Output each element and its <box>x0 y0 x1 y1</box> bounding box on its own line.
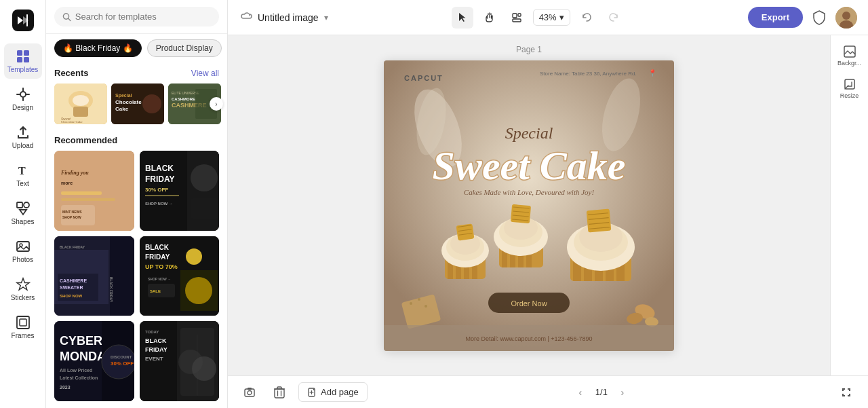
svg-text:FRIDAY: FRIDAY <box>145 346 167 353</box>
delete-icon-btn[interactable] <box>269 382 290 403</box>
photos-icon <box>16 239 31 254</box>
resize-tool-btn[interactable]: Resize <box>835 73 865 103</box>
recent-thumb-2[interactable]: Special Chocolate Cake <box>111 84 164 124</box>
add-page-btn[interactable]: Add page <box>298 382 368 402</box>
export-button[interactable]: Export <box>748 7 803 28</box>
svg-rect-96 <box>513 19 521 22</box>
right-sidebar: Backgr... Resize <box>830 35 868 375</box>
recents-next-arrow[interactable]: › <box>210 97 223 111</box>
sidebar-item-design[interactable]: Design <box>4 81 42 117</box>
top-bar: Untitled image ▾ <box>228 0 868 35</box>
add-page-label: Add page <box>321 387 359 397</box>
user-avatar[interactable] <box>835 7 857 29</box>
sidebar-icons: Templates Design Upload T <box>0 0 46 408</box>
search-input-wrap[interactable] <box>54 7 219 26</box>
upload-label: Upload <box>12 142 34 149</box>
svg-text:EVENT: EVENT <box>145 356 163 362</box>
view-all-recents[interactable]: View all <box>191 69 219 78</box>
svg-point-32 <box>142 94 161 113</box>
svg-rect-5 <box>24 57 29 62</box>
svg-text:SWEATER: SWEATER <box>60 285 83 290</box>
svg-line-21 <box>68 18 71 20</box>
main-area: Untitled image ▾ <box>228 0 868 408</box>
svg-text:UP TO 70%: UP TO 70% <box>145 263 178 270</box>
sidebar-item-shapes[interactable]: Shapes <box>4 196 42 231</box>
design-icon <box>16 87 31 102</box>
svg-text:SHOP NOW: SHOP NOW <box>60 294 83 298</box>
svg-text:BLACK: BLACK <box>145 244 170 251</box>
svg-point-164 <box>248 390 252 394</box>
template-thumb-2[interactable]: BLACK FRIDAY 30% OFF SHOP NOW → <box>140 151 220 231</box>
sidebar-item-photos[interactable]: Photos <box>4 234 42 269</box>
template-thumb-6[interactable]: TODAY BLACK FRIDAY EVENT <box>140 321 220 401</box>
svg-rect-94 <box>513 14 517 18</box>
template-thumb-5[interactable]: CYBER MONDAY All Low Priced Latest Colle… <box>54 321 134 401</box>
svg-text:CASHMERE: CASHMERE <box>60 278 87 283</box>
screenshot-icon-btn[interactable] <box>239 382 260 403</box>
search-bar-area <box>46 0 227 34</box>
search-input[interactable] <box>75 12 211 22</box>
svg-text:2023: 2023 <box>60 385 71 390</box>
svg-rect-165 <box>248 388 252 390</box>
svg-rect-12 <box>17 202 22 208</box>
cursor-tool-btn[interactable] <box>452 7 473 29</box>
svg-point-68 <box>186 248 202 265</box>
svg-marker-14 <box>20 210 26 215</box>
recents-grid: Sweet Chocolate Cake Special Chocolate C… <box>54 84 219 124</box>
top-bar-left: Untitled image ▾ <box>239 10 328 24</box>
svg-text:T: T <box>18 165 26 177</box>
svg-point-152 <box>418 298 420 301</box>
svg-text:Cakes Made with Love, Devoured: Cakes Made with Love, Devoured with Joy! <box>464 188 595 196</box>
recent-thumb-1[interactable]: Sweet Chocolate Cake <box>54 84 107 124</box>
layout-tool-btn[interactable] <box>506 7 528 29</box>
svg-text:30% OFF: 30% OFF <box>111 360 134 367</box>
svg-point-13 <box>24 202 29 208</box>
redo-btn[interactable] <box>603 7 625 29</box>
svg-rect-3 <box>24 50 29 56</box>
svg-text:TODAY: TODAY <box>145 330 159 334</box>
svg-text:Finding you: Finding you <box>60 170 89 176</box>
recommended-header: Recommended <box>54 135 219 145</box>
svg-rect-62 <box>110 236 134 316</box>
title-dropdown-icon[interactable]: ▾ <box>324 13 328 22</box>
filter-chips: 🔥 Black Friday 🔥 Product Display <box>46 34 227 62</box>
svg-rect-161 <box>844 46 855 57</box>
chip-product-display[interactable]: Product Display <box>147 39 222 57</box>
app-logo <box>11 8 35 33</box>
search-icon <box>62 12 71 22</box>
svg-text:Sweet Cake: Sweet Cake <box>433 143 626 188</box>
svg-rect-24 <box>73 107 88 117</box>
expand-btn[interactable] <box>835 382 857 403</box>
hand-tool-btn[interactable] <box>479 7 500 29</box>
svg-rect-54 <box>191 198 218 219</box>
svg-point-70 <box>185 277 212 304</box>
template-thumb-1[interactable]: Finding you more MINT NEWS SHOP NOW <box>54 151 134 231</box>
text-icon: T <box>16 163 31 178</box>
chip-black-friday[interactable]: 🔥 Black Friday 🔥 <box>54 39 142 57</box>
sidebar-item-stickers[interactable]: Stickers <box>4 272 42 307</box>
svg-point-98 <box>842 12 850 20</box>
prev-page-btn[interactable]: ‹ <box>571 383 590 402</box>
background-tool-btn[interactable]: Backgr... <box>835 41 865 71</box>
sidebar-item-templates[interactable]: Templates <box>4 43 42 79</box>
svg-text:Chocolate Cake: Chocolate Cake <box>61 120 83 124</box>
template-thumb-4[interactable]: BLACK FRIDAY UP TO 70% SHOP NOW → SALE <box>140 236 220 316</box>
stickers-icon <box>16 277 31 292</box>
document-title: Untitled image <box>258 12 319 23</box>
zoom-control[interactable]: 43% ▾ <box>533 9 570 26</box>
shield-icon-btn[interactable] <box>808 7 830 29</box>
bottom-left: Add page <box>239 382 368 403</box>
next-page-btn[interactable]: › <box>613 383 632 402</box>
svg-text:Order Now: Order Now <box>511 299 547 308</box>
svg-text:All Low Priced: All Low Priced <box>60 368 92 373</box>
svg-rect-19 <box>20 319 26 326</box>
svg-text:BLACK: BLACK <box>145 164 174 173</box>
sidebar-item-text[interactable]: T Text <box>4 157 42 193</box>
sidebar-item-upload[interactable]: Upload <box>4 119 42 155</box>
top-bar-right: Export <box>748 7 857 29</box>
svg-point-53 <box>191 164 218 191</box>
template-thumb-3[interactable]: BLACK FRIDAY CASHMERE SWEATER SHOP NOW B… <box>54 236 134 316</box>
undo-btn[interactable] <box>576 7 597 29</box>
sidebar-item-frames[interactable]: Frames <box>4 310 42 345</box>
panel-content: Recents View all Sweet Chocolate Cake Sp… <box>46 62 227 408</box>
